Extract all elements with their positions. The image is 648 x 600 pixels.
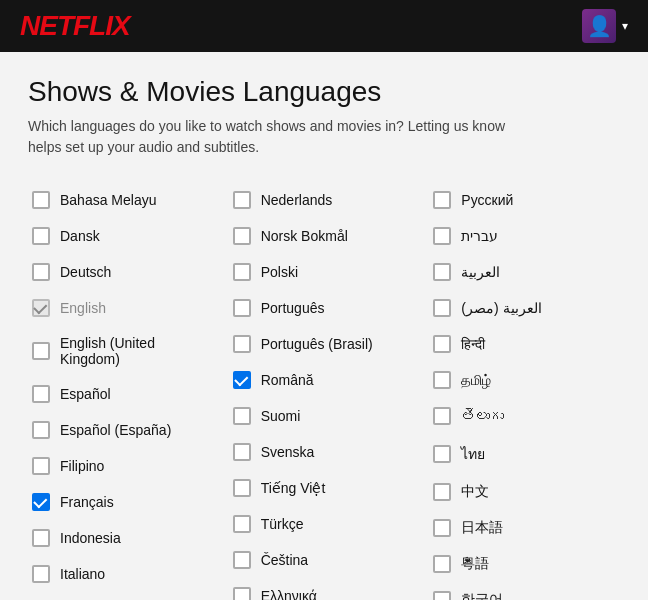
avatar-menu[interactable]: 👤 ▾ <box>582 9 628 43</box>
list-item[interactable]: ไทย <box>429 434 620 474</box>
language-label: Filipino <box>60 458 104 474</box>
list-item[interactable]: Português (Brasil) <box>229 326 420 362</box>
list-item[interactable]: Español (España) <box>28 412 219 448</box>
language-checkbox[interactable] <box>233 299 251 317</box>
main-content: Shows & Movies Languages Which languages… <box>0 52 648 600</box>
list-item[interactable]: Italiano <box>28 556 219 592</box>
language-checkbox[interactable] <box>433 227 451 245</box>
language-label: English <box>60 300 106 316</box>
language-label: Русский <box>461 192 513 208</box>
language-label: Norsk Bokmål <box>261 228 348 244</box>
language-checkbox[interactable] <box>433 555 451 573</box>
page-description: Which languages do you like to watch sho… <box>28 116 508 158</box>
language-checkbox[interactable] <box>433 335 451 353</box>
language-checkbox[interactable] <box>32 565 50 583</box>
language-checkbox[interactable] <box>233 263 251 281</box>
language-label: 粵語 <box>461 555 489 573</box>
language-checkbox[interactable] <box>32 227 50 245</box>
language-label: עברית <box>461 228 498 244</box>
language-label: العربية <box>461 264 500 280</box>
list-item[interactable]: Русский <box>429 182 620 218</box>
language-checkbox[interactable] <box>433 591 451 600</box>
language-label: Dansk <box>60 228 100 244</box>
language-checkbox[interactable] <box>233 515 251 533</box>
list-item[interactable]: Nederlands <box>229 182 420 218</box>
list-item[interactable]: العربية (مصر) <box>429 290 620 326</box>
language-label: 日本語 <box>461 519 503 537</box>
list-item[interactable]: Polski <box>229 254 420 290</box>
language-checkbox[interactable] <box>433 263 451 281</box>
language-label: Suomi <box>261 408 301 424</box>
list-item[interactable]: Svenska <box>229 434 420 470</box>
list-item[interactable]: Bahasa Melayu <box>28 182 219 218</box>
list-item[interactable]: 日本語 <box>429 510 620 546</box>
language-checkbox[interactable] <box>32 263 50 281</box>
list-item[interactable]: Tiếng Việt <box>229 470 420 506</box>
language-column-2: Русскийעבריתالعربيةالعربية (مصر)हिन्दीதம… <box>429 182 620 600</box>
language-label: తెలుగు <box>461 408 504 424</box>
list-item[interactable]: Français <box>28 484 219 520</box>
language-checkbox[interactable] <box>433 407 451 425</box>
language-column-1: NederlandsNorsk BokmålPolskiPortuguêsPor… <box>229 182 420 600</box>
list-item[interactable]: हिन्दी <box>429 326 620 362</box>
language-checkbox[interactable] <box>233 335 251 353</box>
list-item[interactable]: Español <box>28 376 219 412</box>
language-checkbox[interactable] <box>233 407 251 425</box>
language-label: Svenska <box>261 444 315 460</box>
list-item[interactable]: Čeština <box>229 542 420 578</box>
language-label: English (United Kingdom) <box>60 335 215 367</box>
language-label: Ελληνικά <box>261 588 317 600</box>
list-item[interactable]: Ελληνικά <box>229 578 420 600</box>
language-checkbox[interactable] <box>32 299 50 317</box>
language-checkbox[interactable] <box>233 371 251 389</box>
language-label: Tiếng Việt <box>261 480 326 496</box>
language-label: தமிழ் <box>461 372 491 389</box>
list-item[interactable]: Filipino <box>28 448 219 484</box>
list-item[interactable]: עברית <box>429 218 620 254</box>
language-checkbox[interactable] <box>32 191 50 209</box>
list-item[interactable]: Indonesia <box>28 520 219 556</box>
language-label: Português (Brasil) <box>261 336 373 352</box>
language-checkbox[interactable] <box>433 519 451 537</box>
list-item[interactable]: தமிழ் <box>429 362 620 398</box>
list-item[interactable]: 粵語 <box>429 546 620 582</box>
netflix-logo: NETFLIX <box>20 10 130 42</box>
language-checkbox[interactable] <box>233 479 251 497</box>
language-checkbox[interactable] <box>233 587 251 600</box>
list-item[interactable]: 한국어 <box>429 582 620 600</box>
language-checkbox[interactable] <box>32 529 50 547</box>
list-item[interactable]: Português <box>229 290 420 326</box>
language-checkbox[interactable] <box>32 493 50 511</box>
language-checkbox[interactable] <box>233 551 251 569</box>
list-item[interactable]: Suomi <box>229 398 420 434</box>
language-checkbox[interactable] <box>433 483 451 501</box>
list-item[interactable]: 中文 <box>429 474 620 510</box>
list-item[interactable]: Norsk Bokmål <box>229 218 420 254</box>
language-label: ไทย <box>461 443 485 465</box>
list-item[interactable]: Deutsch <box>28 254 219 290</box>
language-label: Français <box>60 494 114 510</box>
list-item[interactable]: English <box>28 290 219 326</box>
list-item[interactable]: Română <box>229 362 420 398</box>
list-item[interactable]: Dansk <box>28 218 219 254</box>
list-item[interactable]: Türkçe <box>229 506 420 542</box>
language-checkbox[interactable] <box>32 342 50 360</box>
avatar-icon: 👤 <box>587 16 612 36</box>
language-checkbox[interactable] <box>433 445 451 463</box>
language-checkbox[interactable] <box>233 191 251 209</box>
language-checkbox[interactable] <box>433 371 451 389</box>
language-label: العربية (مصر) <box>461 300 541 316</box>
chevron-down-icon: ▾ <box>622 19 628 33</box>
list-item[interactable]: తెలుగు <box>429 398 620 434</box>
language-checkbox[interactable] <box>32 385 50 403</box>
list-item[interactable]: العربية <box>429 254 620 290</box>
list-item[interactable]: English (United Kingdom) <box>28 326 219 376</box>
language-label: Nederlands <box>261 192 333 208</box>
language-checkbox[interactable] <box>433 191 451 209</box>
language-checkbox[interactable] <box>32 457 50 475</box>
language-label: हिन्दी <box>461 336 485 353</box>
language-checkbox[interactable] <box>433 299 451 317</box>
language-checkbox[interactable] <box>32 421 50 439</box>
language-checkbox[interactable] <box>233 443 251 461</box>
language-checkbox[interactable] <box>233 227 251 245</box>
